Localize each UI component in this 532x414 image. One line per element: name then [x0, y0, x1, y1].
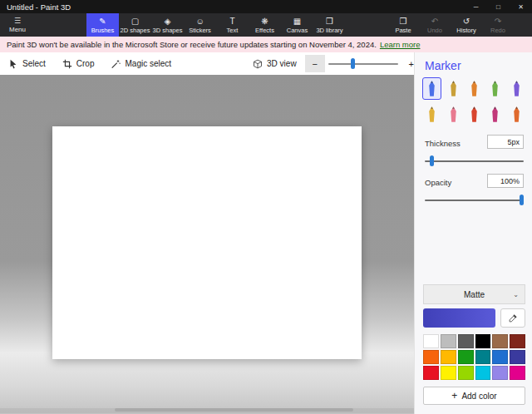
color-swatch[interactable]: [458, 334, 474, 348]
select-label: Select: [22, 59, 46, 68]
tab-effects[interactable]: ❋Effects: [249, 13, 281, 37]
tab-text[interactable]: TText: [216, 13, 249, 37]
add-color-label: Add color: [461, 392, 496, 401]
finish-dropdown-value: Matte: [464, 290, 485, 299]
watercolor-brush-brush[interactable]: [486, 78, 504, 99]
menu-button[interactable]: ☰ Menu: [0, 13, 35, 37]
chevron-down-icon: ⌄: [513, 291, 519, 298]
notification-bar: Paint 3D won't be available in the Micro…: [0, 37, 532, 52]
paint3d-window: Untitled - Paint 3D ─ □ ✕ ☰ Menu ✎Brushe…: [0, 0, 532, 414]
color-swatch[interactable]: [441, 350, 456, 364]
finish-dropdown[interactable]: Matte ⌄: [423, 284, 525, 304]
thickness-slider-thumb[interactable]: [430, 155, 434, 166]
color-swatch[interactable]: [510, 366, 525, 380]
menu-tabs: ✎Brushes▢2D shapes◈3D shapes☺StickersTTe…: [86, 13, 346, 37]
color-swatch[interactable]: [510, 334, 525, 348]
action-label: History: [456, 27, 475, 34]
spray-can-brush[interactable]: [486, 104, 504, 125]
tab-stickers[interactable]: ☺Stickers: [184, 13, 216, 37]
thickness-slider[interactable]: [425, 155, 524, 166]
tab-brushes[interactable]: ✎Brushes: [86, 13, 119, 37]
eyedropper-button[interactable]: [500, 308, 525, 328]
color-swatch[interactable]: [492, 334, 508, 348]
color-swatch[interactable]: [441, 334, 456, 348]
drawing-canvas[interactable]: [52, 126, 362, 359]
tab-label: Effects: [255, 27, 274, 34]
crop-tool-button[interactable]: Crop: [54, 52, 103, 75]
2d-shapes-icon: ▢: [131, 17, 139, 26]
color-swatch[interactable]: [492, 366, 508, 380]
close-button[interactable]: ✕: [510, 0, 532, 13]
opacity-slider-track: [425, 200, 524, 201]
tab-canvas[interactable]: ▦Canvas: [281, 13, 313, 37]
menu-bar: ☰ Menu ✎Brushes▢2D shapes◈3D shapes☺Stic…: [0, 13, 532, 37]
magic-wand-icon: [111, 59, 121, 69]
tab-label: 3D shapes: [153, 27, 183, 34]
pixel-pen-icon: [511, 80, 522, 97]
zoom-slider[interactable]: [328, 55, 398, 72]
3d-view-button[interactable]: 3D view: [244, 52, 305, 75]
thickness-input[interactable]: [487, 135, 524, 149]
tab-label: 3D library: [316, 27, 342, 34]
eraser-brush[interactable]: [444, 104, 461, 125]
text-icon: T: [229, 17, 234, 26]
minimize-button[interactable]: ─: [465, 0, 487, 13]
color-swatch[interactable]: [423, 334, 439, 348]
cube-icon: [253, 59, 263, 69]
calligraphy-pen-icon: [448, 80, 459, 97]
opacity-slider[interactable]: [425, 195, 524, 205]
tab-2d-shapes[interactable]: ▢2D shapes: [119, 13, 151, 37]
color-swatch[interactable]: [510, 350, 525, 364]
calligraphy-pen-brush[interactable]: [444, 78, 461, 99]
zoom-out-button[interactable]: −: [305, 55, 325, 72]
magic-select-button[interactable]: Magic select: [102, 52, 180, 75]
opacity-slider-thumb[interactable]: [520, 195, 524, 205]
magic-select-label: Magic select: [125, 59, 171, 68]
color-swatch[interactable]: [475, 334, 491, 348]
action-label: Paste: [395, 27, 411, 34]
zoom-slider-thumb[interactable]: [351, 58, 355, 69]
tab-label: Canvas: [287, 27, 308, 34]
color-swatch[interactable]: [458, 366, 474, 380]
paste-icon: ❐: [400, 17, 407, 26]
add-color-button[interactable]: + Add color: [423, 387, 525, 405]
marker-brush[interactable]: [423, 78, 441, 99]
learn-more-link[interactable]: Learn more: [380, 40, 421, 49]
oil-brush-icon: [469, 80, 480, 97]
3d-view-label: 3D view: [267, 59, 297, 68]
crayon-icon: [469, 106, 480, 123]
maximize-button[interactable]: □: [487, 0, 510, 13]
plus-icon: +: [451, 391, 457, 401]
brush-grid: [423, 78, 525, 125]
crop-label: Crop: [76, 59, 95, 68]
horizontal-scrollbar-thumb[interactable]: [115, 408, 353, 412]
menu-actions: ❐Paste↶Undo↺History↷Redo: [387, 13, 514, 37]
color-swatch[interactable]: [423, 350, 439, 364]
tab-3d-shapes[interactable]: ◈3D shapes: [151, 13, 184, 37]
opacity-input[interactable]: [487, 174, 524, 188]
color-swatch[interactable]: [475, 350, 491, 364]
color-swatch[interactable]: [423, 366, 439, 380]
color-palette: [423, 334, 525, 380]
tab-3d-library[interactable]: ❒3D library: [313, 13, 346, 37]
pixel-pen-brush[interactable]: [508, 78, 525, 99]
paste-button[interactable]: ❐Paste: [387, 13, 419, 37]
crayon-brush[interactable]: [466, 104, 483, 125]
horizontal-scrollbar-track[interactable]: [0, 408, 414, 413]
fill-bucket-brush[interactable]: [508, 104, 525, 125]
cursor-icon: [8, 59, 18, 69]
color-swatch[interactable]: [475, 366, 491, 380]
notification-message: Paint 3D won't be available in the Micro…: [7, 40, 377, 49]
effects-icon: ❋: [261, 17, 268, 26]
color-swatch[interactable]: [492, 350, 508, 364]
select-tool-button[interactable]: Select: [0, 52, 54, 75]
pencil-brush[interactable]: [423, 104, 441, 125]
history-button[interactable]: ↺History: [451, 13, 482, 37]
current-color-swatch[interactable]: [423, 308, 495, 328]
color-swatch[interactable]: [441, 366, 456, 380]
fill-bucket-icon: [511, 106, 522, 123]
oil-brush-brush[interactable]: [466, 78, 483, 99]
brushes-panel: Marker Thickness Opacity Matte ⌄: [414, 52, 532, 414]
canvas-icon: ▦: [293, 17, 301, 26]
color-swatch[interactable]: [458, 350, 474, 364]
